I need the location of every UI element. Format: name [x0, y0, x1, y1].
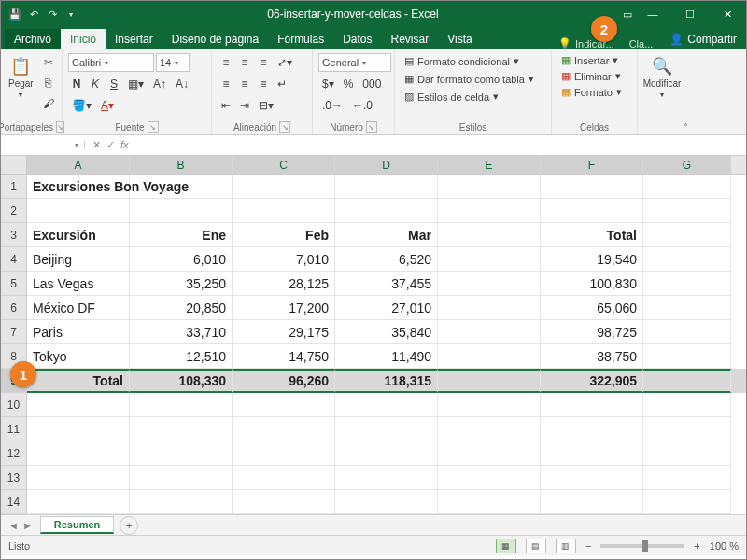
row-header[interactable]: 6	[1, 296, 26, 320]
row-header[interactable]: 14	[1, 490, 26, 514]
qat-customize-icon[interactable]: ▾	[64, 7, 78, 21]
zoom-out-button[interactable]: −	[585, 540, 591, 552]
font-size-combo[interactable]: 14▾	[156, 53, 190, 72]
row-header[interactable]: 10	[1, 393, 26, 417]
delete-cells-button[interactable]: ▦Eliminar▾	[557, 69, 631, 83]
tab-formulas[interactable]: Fórmulas	[268, 29, 333, 49]
format-painter-button[interactable]: 🖌	[39, 94, 58, 113]
align-bottom-button[interactable]: ≡	[255, 53, 272, 72]
wrap-text-button[interactable]: ↵	[274, 75, 290, 93]
tab-insert[interactable]: Insertar	[106, 29, 162, 49]
tab-page-layout[interactable]: Diseño de página	[162, 29, 268, 49]
increase-indent-button[interactable]: ⇥	[236, 96, 253, 115]
comma-button[interactable]: 000	[359, 75, 385, 93]
increase-decimal-button[interactable]: .0→	[318, 96, 346, 115]
cut-button[interactable]: ✂	[39, 53, 58, 72]
fx-icon[interactable]: fx	[120, 139, 129, 151]
row-header[interactable]: 7	[1, 320, 26, 344]
number-format-combo[interactable]: General▾	[318, 53, 391, 72]
row-header[interactable]: 13	[1, 466, 26, 490]
row-header[interactable]: 3	[1, 223, 26, 247]
tab-review[interactable]: Revisar	[382, 29, 439, 49]
format-cells-button[interactable]: ▦Formato▾	[557, 85, 631, 99]
bold-button[interactable]: N	[68, 75, 85, 93]
percent-button[interactable]: %	[340, 75, 358, 93]
status-ready: Listo	[8, 540, 30, 552]
enter-icon[interactable]: ✓	[106, 139, 115, 151]
decrease-decimal-button[interactable]: ←.0	[348, 96, 376, 115]
zoom-in-button[interactable]: +	[694, 540, 699, 552]
col-header[interactable]: B	[130, 156, 233, 174]
col-header[interactable]: G	[643, 156, 731, 174]
view-page-layout-button[interactable]: ▤	[526, 539, 546, 553]
sheet-next-icon[interactable]: ►	[22, 520, 33, 531]
callout-2: 2	[591, 16, 617, 42]
decrease-indent-button[interactable]: ⇤	[218, 96, 234, 115]
dialog-launcher-icon[interactable]: ↘	[279, 121, 290, 133]
currency-button[interactable]: $▾	[318, 75, 338, 93]
share-button[interactable]: 👤Compartir	[660, 29, 746, 49]
selected-row[interactable]: Total108,33096,260118,315322,905	[27, 369, 746, 393]
font-name-combo[interactable]: Calibri▾	[68, 53, 154, 72]
row-header[interactable]: 4	[1, 247, 26, 272]
name-box[interactable]: ▾	[1, 141, 85, 149]
align-right-button[interactable]: ≡	[255, 75, 272, 93]
tab-home[interactable]: Inicio	[61, 29, 106, 49]
save-icon[interactable]: 💾	[8, 7, 21, 21]
cancel-icon[interactable]: ✕	[92, 139, 101, 151]
sheet-tab[interactable]: Resumen	[40, 516, 115, 534]
col-header[interactable]: C	[233, 156, 335, 174]
tab-file[interactable]: Archivo	[5, 29, 61, 49]
format-as-table-button[interactable]: ▦Dar formato como tabla▾	[401, 71, 545, 87]
dialog-launcher-icon[interactable]: ↘	[366, 121, 377, 133]
sheet-prev-icon[interactable]: ◄	[8, 520, 19, 531]
minimize-button[interactable]: —	[634, 1, 671, 27]
collapse-ribbon-icon[interactable]: ˄	[684, 122, 688, 133]
col-header[interactable]: F	[541, 156, 643, 174]
tab-view[interactable]: Vista	[438, 29, 481, 49]
redo-icon[interactable]: ↷	[46, 7, 59, 21]
select-all-button[interactable]	[1, 156, 26, 175]
row-header[interactable]: 5	[1, 272, 26, 296]
copy-button[interactable]: ⎘	[39, 74, 58, 92]
signin[interactable]: Cla...	[622, 38, 661, 49]
align-left-button[interactable]: ≡	[218, 75, 234, 93]
decrease-font-button[interactable]: A↓	[172, 75, 192, 93]
underline-button[interactable]: S	[106, 75, 122, 93]
cell-styles-button[interactable]: ▨Estilos de celda▾	[401, 89, 545, 105]
border-button[interactable]: ▦▾	[124, 75, 148, 93]
row-header[interactable]: 12	[1, 441, 26, 466]
insert-cells-button[interactable]: ▦Insertar▾	[557, 53, 631, 67]
maximize-button[interactable]: ☐	[671, 1, 709, 27]
new-sheet-button[interactable]: +	[120, 516, 138, 535]
row-header[interactable]: 1	[1, 175, 26, 199]
zoom-level[interactable]: 100 %	[710, 540, 739, 552]
tab-data[interactable]: Datos	[333, 29, 381, 49]
undo-icon[interactable]: ↶	[27, 7, 40, 21]
conditional-formatting-button[interactable]: ▤Formato condicional▾	[401, 53, 545, 69]
row-header[interactable]: 11	[1, 417, 26, 441]
dialog-launcher-icon[interactable]: ↘	[148, 121, 159, 133]
insert-icon: ▦	[561, 54, 571, 66]
increase-font-button[interactable]: A↑	[149, 75, 170, 93]
align-middle-button[interactable]: ≡	[236, 53, 253, 72]
orientation-button[interactable]: ⤢▾	[274, 53, 296, 72]
row-header[interactable]: 2	[1, 199, 26, 223]
align-center-button[interactable]: ≡	[236, 75, 253, 93]
col-header[interactable]: D	[335, 156, 438, 174]
view-normal-button[interactable]: ▦	[496, 539, 516, 553]
paste-button[interactable]: 📋 Pegar ▾	[7, 53, 35, 113]
fill-color-button[interactable]: 🪣▾	[68, 96, 95, 115]
cell[interactable]: Excursiones Bon Voyage	[27, 175, 130, 199]
italic-button[interactable]: K	[87, 75, 104, 93]
zoom-slider[interactable]	[600, 544, 684, 548]
font-color-button[interactable]: A▾	[97, 96, 118, 115]
ribbon-options-icon[interactable]: ▭	[621, 7, 634, 21]
view-page-break-button[interactable]: ▥	[556, 539, 576, 553]
merge-button[interactable]: ⊟▾	[255, 96, 277, 115]
find-select-button[interactable]: 🔍 Modificar ▾	[643, 53, 681, 102]
align-top-button[interactable]: ≡	[218, 53, 234, 72]
close-button[interactable]: ✕	[709, 1, 746, 27]
col-header[interactable]: E	[438, 156, 541, 174]
col-header[interactable]: A	[27, 156, 130, 174]
